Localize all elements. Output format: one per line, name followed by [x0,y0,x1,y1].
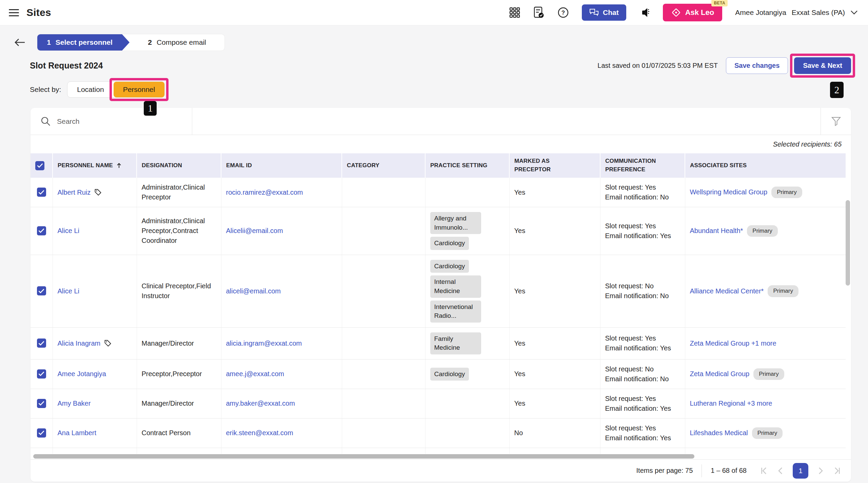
chat-button[interactable]: Chat [582,4,626,21]
col-category[interactable]: CATEGORY [342,153,425,178]
associated-site-link[interactable]: Lutheran Regional +3 more [690,399,772,408]
table-row: Amy Baker Manager/Director amy.baker@exx… [31,389,846,418]
email-link[interactable]: amee.j@exxat.com [226,370,284,378]
practice-setting-chips: Cardiology [430,368,505,381]
marked-as-preceptor-text: Yes [509,389,600,418]
chat-bubbles-icon [589,8,599,17]
row-checkbox[interactable] [37,428,46,438]
back-arrow-icon[interactable] [14,38,26,47]
announcement-icon[interactable] [639,7,650,18]
personnel-name-link[interactable]: Albert Ruiz [58,188,91,197]
practice-setting-chips: CardiologyInternal MedicineIntervnetiona… [430,260,505,323]
toggle-location[interactable]: Location [67,82,113,97]
search-icon [41,116,51,127]
last-saved-text: Last saved on 01/07/2025 5:03 PM EST [597,62,718,70]
ask-leo-button[interactable]: Ask Leo BETA [663,4,723,21]
associated-site-link[interactable]: Alliance Medical Center* [690,286,764,296]
primary-badge: Primary [768,285,798,297]
personnel-name-link[interactable]: Alicia Inagram [58,339,101,348]
row-checkbox[interactable] [37,188,46,197]
practice-setting-chip: Allergy and Immunolo... [430,212,481,234]
row-checkbox[interactable] [37,286,46,295]
help-icon[interactable]: ? [557,7,569,18]
designation-text: Clinical Preceptor,Field Instructor [137,255,221,327]
first-page-icon[interactable] [760,466,769,475]
associated-site-link[interactable]: Wellspring Medical Group [690,187,768,197]
communication-preference-text: Slot request: NoEmail notification: No [600,255,685,327]
step-compose-email[interactable]: 2 Compose email [130,34,224,51]
wizard-stepper: 1 Select personnel 2 Compose email [37,34,224,51]
practice-setting-chip: Intervnetional Radio... [430,301,481,323]
associated-site-link[interactable]: Zeta Medical Group +1 more [690,339,776,348]
hamburger-menu-icon[interactable] [9,9,19,16]
row-checkbox-cell [31,359,53,389]
current-page-button[interactable]: 1 [793,463,808,479]
col-personnel-name[interactable]: PERSONNEL NAME [53,153,137,178]
last-page-icon[interactable] [832,466,841,475]
next-page-icon[interactable] [816,466,825,475]
row-checkbox[interactable] [37,339,46,348]
personnel-name-link[interactable]: Ana Lambert [58,428,97,438]
org-name: Exxat Sales (PA) [792,8,845,17]
marked-as-preceptor-text: Yes [509,207,600,255]
save-changes-button[interactable]: Save changes [726,57,788,74]
filter-button[interactable] [821,108,851,135]
category-text [342,418,425,448]
row-checkbox-cell [31,207,53,255]
task-list-icon[interactable] [533,6,545,19]
email-link[interactable]: erik.steen@exxat.com [226,429,293,437]
tag-icon [94,188,102,196]
personnel-name-link[interactable]: Alice Li [58,286,79,296]
personnel-name-link[interactable]: Alice Li [58,226,79,236]
practice-setting-chip: Cardiology [430,260,469,273]
email-link[interactable]: alicia.ingram@exxat.com [226,340,302,347]
col-associated-sites[interactable]: ASSOCIATED SITES [685,153,846,178]
personnel-name-link[interactable]: Amee Jotangiya [58,369,106,379]
associated-site-link[interactable]: Lifeshades Medical [690,428,748,438]
category-text [342,448,425,454]
associated-site-link[interactable]: Zeta Medical Group [690,369,750,379]
marked-as-preceptor-text: Yes [509,448,600,454]
category-text [342,255,425,327]
table-row: Albert Ruiz Administrator,Clinical Prece… [31,178,846,207]
annotation-badge-1: 1 [144,101,157,116]
previous-page-icon[interactable] [776,466,785,475]
row-checkbox[interactable] [37,369,46,379]
col-email-id[interactable]: EMAIL ID [221,153,342,178]
email-link[interactable]: Alicelii@email.com [226,227,283,234]
toggle-personnel[interactable]: Personnel [114,82,165,97]
personnel-table: PERSONNEL NAME DESIGNATION EMAIL ID CATE… [31,153,846,454]
category-text [342,327,425,359]
select-all-checkbox[interactable] [35,161,44,170]
save-next-button[interactable]: Save & Next [794,57,851,74]
row-checkbox[interactable] [37,399,46,408]
user-menu[interactable]: Amee Jotangiya Exxat Sales (PA) [735,8,858,17]
sort-ascending-icon [116,162,122,169]
items-per-page[interactable]: Items per page: 75 [636,467,693,475]
col-communication-preference[interactable]: COMMUNICATION PREFERENCE [600,153,685,178]
selected-recipients: Selected recipients: 65 [31,135,851,153]
col-marked-as-preceptor[interactable]: MARKED AS PRECEPTOR [509,153,600,178]
col-practice-setting[interactable]: PRACTICE SETTING [425,153,509,178]
col-designation[interactable]: DESIGNATION [137,153,221,178]
email-link[interactable]: rocio.ramirez@exxat.com [226,189,303,196]
category-text [342,178,425,207]
svg-text:?: ? [561,9,565,16]
row-checkbox[interactable] [37,226,46,235]
email-link[interactable]: amy.baker@exxat.com [226,400,295,407]
select-by-label: Select by: [30,85,61,94]
step-select-personnel[interactable]: 1 Select personnel [37,34,122,51]
row-checkbox-cell [31,448,53,454]
beta-badge: BETA [711,0,728,6]
email-link[interactable]: aliceli@email.com [226,287,281,295]
vertical-scrollbar[interactable] [846,199,850,425]
page-range: 1 – 68 of 68 [711,467,747,475]
personnel-name-link[interactable]: Amy Baker [58,399,91,408]
associated-site-link[interactable]: Abundant Health* [690,226,743,236]
app-grid-icon[interactable] [509,7,520,18]
horizontal-scrollbar[interactable] [31,454,851,459]
row-checkbox-cell [31,327,53,359]
search-input[interactable] [57,117,187,125]
primary-badge: Primary [747,225,778,237]
practice-setting-chips: Allergy and Immunolo...Cardiology [430,212,505,250]
